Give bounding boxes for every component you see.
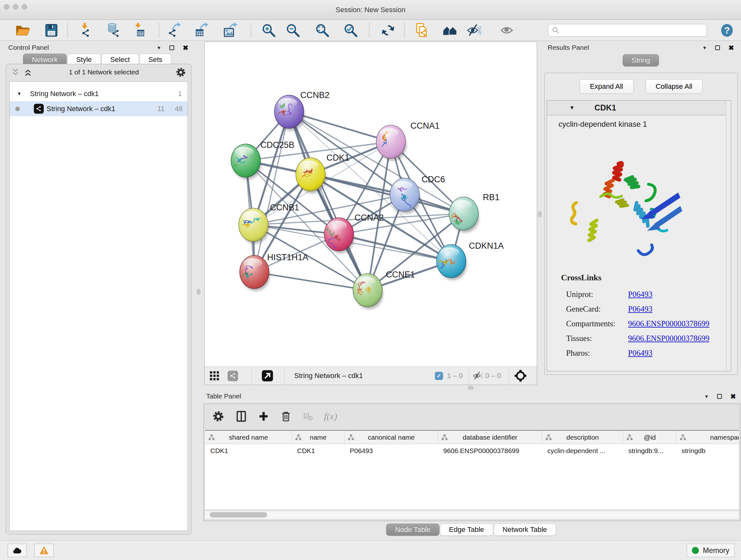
panel-close-icon[interactable]: ✖	[183, 44, 188, 51]
import-table-file-icon[interactable]	[131, 22, 147, 39]
left-splitter-handle[interactable]	[197, 289, 200, 295]
network-collection-row[interactable]: ▾ String Network – cdk1 1	[10, 86, 188, 101]
view-grid-icon[interactable]	[209, 367, 220, 385]
panel-menu-icon[interactable]: ▼	[702, 45, 707, 51]
network-graph[interactable]: CCNB2CCNA1CDC25BCDK1CDC6RB1CCNB1CCNA2CDK…	[205, 42, 537, 367]
expand-all-button[interactable]: Expand All	[580, 79, 634, 94]
zoom-selected-icon[interactable]	[342, 22, 359, 39]
graph-edge-CCNB2-HIST1H1A[interactable]	[254, 112, 289, 272]
create-column-icon[interactable]	[258, 411, 269, 422]
bottom-splitter-handle[interactable]	[468, 386, 474, 389]
help-icon[interactable]	[719, 22, 735, 39]
warnings-button[interactable]	[35, 544, 54, 557]
graph-node-CCNA1[interactable]: CCNA1	[376, 121, 440, 161]
column-type-icon	[208, 434, 215, 441]
column-header[interactable]: namespace	[677, 431, 739, 444]
graph-node-CDK1[interactable]: CDK1	[296, 153, 349, 193]
zoom-fit-icon[interactable]	[314, 22, 331, 39]
tab-network-table[interactable]: Network Table	[494, 523, 556, 536]
import-network-database-icon[interactable]	[106, 22, 122, 39]
tab-string[interactable]: String	[623, 54, 659, 66]
crosslink-row: Tissues: 9606.ENSP00000378699	[561, 331, 710, 346]
table-horizontal-scrollbar[interactable]	[205, 511, 739, 519]
column-header[interactable]: canonical name	[345, 431, 438, 444]
memory-button[interactable]: Memory	[687, 544, 735, 557]
function-builder-icon[interactable]: f(x)	[324, 411, 337, 422]
selected-checkbox[interactable]: ✓	[435, 367, 443, 385]
graph-edge-CCNB2-CCNE1[interactable]	[289, 112, 367, 290]
refresh-view-icon[interactable]	[380, 22, 396, 39]
graph-node-CDC6[interactable]: CDC6	[390, 175, 445, 214]
network-tree: ▾ String Network – cdk1 1 String Network…	[9, 81, 188, 531]
pharos-link[interactable]: P06493	[628, 349, 652, 357]
panel-float-icon[interactable]	[717, 394, 722, 399]
collapse-all-networks-icon[interactable]	[11, 68, 20, 77]
compartments-link[interactable]: 9606.ENSP00000378699	[628, 319, 710, 328]
detach-view-icon[interactable]	[261, 367, 273, 385]
cytoscape-window: Session: New Session	[0, 0, 741, 560]
table-options-gear-icon[interactable]	[212, 410, 224, 422]
network-row[interactable]: String Network – cdk1 11 48	[10, 101, 188, 116]
cloud-status-button[interactable]	[8, 544, 27, 557]
panel-float-icon[interactable]	[715, 45, 720, 50]
tab-edge-table[interactable]: Edge Table	[440, 523, 493, 536]
import-network-file-icon[interactable]	[78, 22, 94, 39]
open-session-icon[interactable]	[14, 22, 31, 39]
network-view[interactable]: CCNB2CCNA1CDC25BCDK1CDC6RB1CCNB1CCNA2CDK…	[204, 42, 537, 385]
protein-collapse-icon[interactable]: ▼	[569, 105, 575, 111]
delete-column-icon[interactable]	[280, 410, 292, 422]
column-type-icon	[680, 434, 686, 441]
zoom-in-icon[interactable]	[260, 22, 277, 39]
scrollbar-thumb[interactable]	[210, 512, 267, 517]
expand-all-networks-icon[interactable]	[23, 68, 32, 77]
toolbar-separator	[404, 23, 405, 38]
export-table-icon[interactable]	[194, 22, 210, 39]
toolbar-separator	[67, 23, 68, 38]
panel-close-icon[interactable]: ✖	[730, 393, 736, 400]
tissues-link[interactable]: 9606.ENSP00000378699	[628, 334, 710, 343]
results-scrollbar[interactable]	[726, 101, 731, 371]
panel-menu-icon[interactable]: ▼	[157, 45, 161, 51]
search-input[interactable]	[560, 25, 706, 36]
export-image-icon[interactable]	[223, 22, 239, 39]
graph-node-CCNB2[interactable]: CCNB2	[274, 90, 330, 131]
node-label-CCNE1: CCNE1	[386, 270, 415, 279]
hidden-eye-icon[interactable]	[473, 367, 483, 385]
uniprot-link[interactable]: P06493	[628, 290, 652, 299]
node-label-HIST1H1A: HIST1H1A	[267, 253, 308, 262]
delete-table-icon[interactable]	[303, 411, 313, 422]
tab-node-table[interactable]: Node Table	[386, 523, 440, 536]
search-field[interactable]	[548, 24, 707, 37]
graph-node-CCNE1[interactable]: CCNE1	[353, 270, 415, 309]
column-header[interactable]: database identifier	[438, 431, 542, 444]
panel-float-icon[interactable]	[170, 45, 174, 50]
column-header[interactable]: name	[292, 431, 345, 444]
column-header[interactable]: shared name	[205, 431, 292, 444]
column-header[interactable]: description	[542, 431, 623, 444]
column-header[interactable]: @id	[623, 431, 677, 444]
clone-network-view-icon[interactable]	[414, 22, 430, 39]
protein-section-header[interactable]: ▼ CDK1	[547, 101, 731, 115]
export-network-icon[interactable]	[167, 22, 184, 39]
node-label-CCNB2: CCNB2	[300, 90, 330, 100]
table-row[interactable]: CDK1 CDK1 P06493 9606.ENSP00000378699 cy…	[205, 444, 739, 457]
genecard-link[interactable]: P06493	[628, 305, 652, 313]
panel-close-icon[interactable]: ✖	[728, 44, 734, 51]
view-network-icon[interactable]	[227, 367, 238, 385]
graph-node-HIST1H1A[interactable]: HIST1H1A	[238, 253, 308, 291]
show-columns-icon[interactable]	[235, 410, 247, 422]
graph-node-RB1[interactable]: RB1	[449, 192, 500, 233]
right-splitter-handle[interactable]	[538, 211, 542, 217]
collection-expand-icon[interactable]: ▾	[18, 90, 21, 97]
panel-menu-icon[interactable]: ▼	[704, 394, 709, 399]
hide-selected-icon[interactable]	[466, 22, 482, 39]
show-hidden-icon[interactable]	[499, 22, 516, 39]
save-session-icon[interactable]	[43, 22, 60, 39]
graph-node-CDKN1A[interactable]: CDKN1A	[436, 241, 504, 280]
birds-eye-toggle-icon[interactable]	[514, 367, 527, 385]
collapse-all-button[interactable]: Collapse All	[645, 79, 703, 94]
bar-separator	[509, 367, 509, 385]
network-options-gear-icon[interactable]	[176, 67, 186, 78]
show-all-icon[interactable]	[442, 22, 458, 39]
zoom-out-icon[interactable]	[285, 22, 301, 39]
